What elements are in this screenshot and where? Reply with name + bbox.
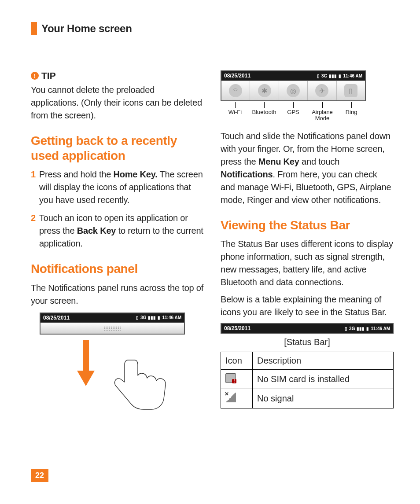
ringer-toggle[interactable]: ▯ bbox=[337, 81, 365, 100]
signal-icon: ▮▮▮ bbox=[357, 326, 365, 331]
tip-icon: ! bbox=[31, 72, 39, 80]
bluetooth-icon: ✱ bbox=[258, 84, 271, 97]
wifi-toggle[interactable]: ⌔ bbox=[221, 81, 250, 100]
gps-toggle[interactable]: ◎ bbox=[279, 81, 308, 100]
data-3g-icon: 3G bbox=[140, 315, 146, 320]
heading-recent-app: Getting back to a recently used applicat… bbox=[31, 133, 204, 163]
drag-dots-icon bbox=[103, 326, 121, 331]
notif-desc-b: and touch bbox=[299, 157, 339, 166]
status-bar-mock-3: 08/25/2011 ▯ 3G ▮▮▮ ▮ 11:46 AM bbox=[221, 323, 394, 334]
step-1-bold: Home Key. bbox=[113, 169, 157, 179]
heading-viewing-status-bar: Viewing the Status Bar bbox=[221, 218, 394, 233]
status-bar-date: 08/25/2011 bbox=[43, 315, 70, 321]
bluetooth-toggle[interactable]: ✱ bbox=[250, 81, 279, 100]
left-column: ! TIP You cannot delete the preloaded ap… bbox=[31, 70, 204, 421]
quick-settings-labels: Wi-Fi Bluetooth GPS Airplane Mode Ring bbox=[221, 109, 366, 122]
status-bar-time: 11:46 AM bbox=[371, 326, 390, 331]
step-1-text: Press and hold the Home Key. The screen … bbox=[39, 168, 204, 206]
status-bar-time: 11:46 AM bbox=[343, 74, 362, 78]
svg-marker-1 bbox=[77, 371, 95, 386]
status-bar-mock-2: 08/25/2011 ▯ 3G ▮▮▮ ▮ 11:46 AM bbox=[221, 70, 366, 81]
header-accent-block bbox=[31, 22, 37, 35]
notif-panel-body: The Notifications panel runs across the … bbox=[31, 282, 204, 307]
signal-icon: ▮▮▮ bbox=[329, 74, 337, 78]
step-1: 1 Press and hold the Home Key. The scree… bbox=[31, 168, 204, 206]
status-bar-mock: 08/25/2011 ▯ 3G ▮▮▮ ▮ 11:46 AM bbox=[40, 313, 185, 323]
no-signal-icon bbox=[225, 393, 236, 402]
hand-pointer-illustration bbox=[110, 357, 204, 421]
no-signal-icon-cell bbox=[221, 389, 253, 408]
vibrate-icon: ▯ bbox=[345, 326, 347, 331]
step-number: 1 bbox=[31, 168, 36, 206]
status-bar-caption: [Status Bar] bbox=[221, 337, 394, 347]
battery-icon: ▮ bbox=[158, 315, 160, 320]
no-sim-desc: No SIM card is installed bbox=[253, 370, 394, 389]
signal-icon: ▮▮▮ bbox=[148, 315, 156, 320]
notif-desc-notifications: Notifications bbox=[221, 169, 273, 179]
status-bar-date: 08/25/2011 bbox=[224, 73, 251, 79]
ring-label: Ring bbox=[337, 109, 366, 122]
airplane-label: Airplane Mode bbox=[308, 109, 337, 122]
step-2-text: Touch an icon to open its application or… bbox=[39, 212, 204, 250]
gps-label: GPS bbox=[279, 109, 308, 122]
vibrate-icon: ▯ bbox=[136, 315, 139, 320]
bluetooth-label: Bluetooth bbox=[250, 109, 279, 122]
status-bar-p1: The Status Bar uses different icons to d… bbox=[221, 238, 394, 289]
th-icon: Icon bbox=[221, 352, 253, 370]
table-row: No SIM card is installed bbox=[221, 370, 394, 389]
right-column: 08/25/2011 ▯ 3G ▮▮▮ ▮ 11:46 AM ⌔ ✱ ◎ ✈ ▯… bbox=[221, 70, 394, 421]
vibrate-icon: ▯ bbox=[317, 74, 320, 78]
tip-body: You cannot delete the preloaded applicat… bbox=[31, 84, 204, 122]
status-bar-p2: Below is a table explaining the meaning … bbox=[221, 293, 394, 319]
page-number: 22 bbox=[31, 469, 48, 482]
th-description: Description bbox=[253, 352, 394, 370]
status-bar-time: 11:46 AM bbox=[162, 315, 181, 320]
no-signal-desc: No signal bbox=[253, 389, 394, 408]
notif-description: Touch and slide the Notifications panel … bbox=[221, 130, 394, 206]
step-2-bold: Back Key bbox=[77, 226, 116, 235]
wifi-icon: ⌔ bbox=[229, 84, 242, 97]
battery-icon: ▮ bbox=[366, 326, 369, 331]
status-bar-date: 08/25/2011 bbox=[224, 325, 251, 331]
notif-desc-menu-key: Menu Key bbox=[258, 157, 299, 166]
step-1-a: Press and hold the bbox=[39, 169, 114, 179]
notifications-panel-figure: 08/25/2011 ▯ 3G ▮▮▮ ▮ 11:46 AM bbox=[40, 313, 185, 335]
tip-label: TIP bbox=[41, 70, 56, 81]
page-title: Your Home screen bbox=[41, 22, 132, 35]
quick-settings-figure: 08/25/2011 ▯ 3G ▮▮▮ ▮ 11:46 AM ⌔ ✱ ◎ ✈ ▯… bbox=[221, 70, 394, 122]
table-row: No signal bbox=[221, 389, 394, 408]
page-header: Your Home screen bbox=[31, 22, 394, 35]
data-3g-icon: 3G bbox=[349, 326, 355, 331]
content-columns: ! TIP You cannot delete the preloaded ap… bbox=[31, 70, 394, 421]
no-sim-icon-cell bbox=[221, 370, 253, 389]
airplane-mode-toggle[interactable]: ✈ bbox=[308, 81, 336, 100]
table-header-row: Icon Description bbox=[221, 352, 394, 370]
gps-icon: ◎ bbox=[287, 84, 300, 97]
status-icon-table: Icon Description No SIM card is installe… bbox=[221, 352, 394, 408]
heading-notifications-panel: Notifications panel bbox=[31, 261, 204, 276]
battery-icon: ▮ bbox=[339, 74, 341, 78]
step-number: 2 bbox=[31, 212, 36, 250]
quick-settings-panel: ⌔ ✱ ◎ ✈ ▯ bbox=[221, 81, 366, 101]
vibrate-icon: ▯ bbox=[344, 84, 357, 97]
status-bar-icons: ▯ 3G ▮▮▮ ▮ 11:46 AM bbox=[317, 74, 362, 78]
step-2: 2 Touch an icon to open its application … bbox=[31, 212, 204, 250]
data-3g-icon: 3G bbox=[321, 74, 327, 78]
svg-rect-0 bbox=[83, 340, 89, 371]
tip-heading: ! TIP bbox=[31, 70, 204, 81]
airplane-icon: ✈ bbox=[315, 84, 328, 97]
status-bar-icons: ▯ 3G ▮▮▮ ▮ 11:46 AM bbox=[345, 326, 390, 331]
wifi-label: Wi-Fi bbox=[221, 109, 250, 122]
no-sim-icon bbox=[225, 373, 236, 383]
notification-drag-handle bbox=[40, 323, 185, 335]
status-bar-icons: ▯ 3G ▮▮▮ ▮ 11:46 AM bbox=[136, 315, 181, 320]
